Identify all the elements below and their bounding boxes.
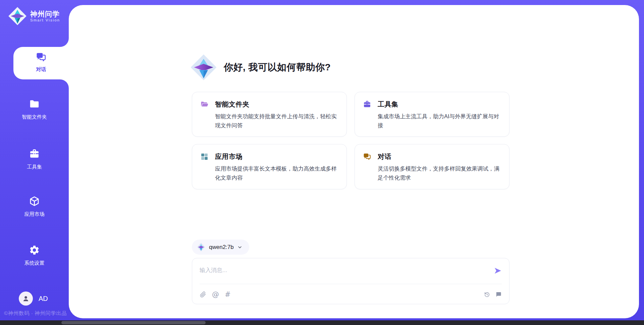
- user-icon: [21, 294, 30, 303]
- message-input[interactable]: [200, 264, 485, 277]
- sidebar-item-smart-folder[interactable]: 智能文件夹: [0, 99, 69, 120]
- sidebar-item-label: 系统设置: [24, 260, 45, 266]
- sidebar-item-app-market[interactable]: 应用市场: [0, 196, 69, 217]
- sidebar-item-label: 应用市场: [24, 211, 45, 217]
- card-title: 智能文件夹: [215, 100, 338, 109]
- card-description: 应用市场提供丰富长文本模板，助力高效生成多样化文章内容: [215, 164, 338, 182]
- sidebar-item-settings[interactable]: 系统设置: [0, 245, 69, 266]
- toolbox-icon: [29, 148, 40, 159]
- card-description: 灵活切换多模型文件，支持多样回复效果调试，满足个性化需求: [378, 164, 500, 182]
- greeting-title: 你好, 我可以如何帮助你?: [224, 61, 331, 74]
- composer-divider: [200, 284, 502, 284]
- user-name: AD: [39, 295, 48, 303]
- message-square-icon: [495, 291, 502, 298]
- tab-scoop-bottom: [60, 79, 69, 88]
- horizontal-scrollbar[interactable]: [0, 320, 644, 325]
- model-selector[interactable]: qwen2:7b: [192, 240, 249, 255]
- card-toolset[interactable]: 工具集 集成市场上主流工具，助力AI与外界无缝扩展与对接: [355, 92, 509, 137]
- sidebar-item-label: 智能文件夹: [22, 114, 47, 120]
- card-description: 智能文件夹功能支持批量文件上传与清洗，轻松实现文件问答: [215, 112, 338, 130]
- card-title: 对话: [378, 152, 500, 161]
- chat-bubbles-icon: [36, 52, 47, 63]
- avatar: [19, 291, 33, 306]
- feedback-button[interactable]: [495, 291, 502, 298]
- brand-diamond-icon: [8, 7, 27, 25]
- folder-icon: [29, 99, 40, 110]
- scrollbar-thumb[interactable]: [61, 321, 206, 324]
- app-subtitle: Smart Vision: [30, 18, 60, 22]
- topic-button[interactable]: #: [225, 291, 231, 298]
- copyright-footer: ©神州数码 · 神州问学出品: [4, 310, 71, 317]
- greeting-block: 你好, 我可以如何帮助你?: [190, 54, 331, 81]
- gear-icon: [29, 245, 40, 256]
- card-title: 应用市场: [215, 152, 338, 161]
- app-title: 神州问学: [30, 10, 60, 18]
- sidebar-item-chat[interactable]: 对话: [13, 47, 69, 79]
- sidebar: 神州问学 Smart Vision 对话: [0, 0, 69, 320]
- tab-scoop-top: [60, 38, 69, 47]
- history-button[interactable]: [484, 291, 490, 298]
- tile-grid-icon: [200, 152, 209, 182]
- app-logo: 神州问学 Smart Vision: [8, 7, 60, 25]
- open-folder-icon: [200, 100, 209, 130]
- card-smart-folder[interactable]: 智能文件夹 智能文件夹功能支持批量文件上传与清洗，轻松实现文件问答: [192, 92, 347, 137]
- feature-cards: 智能文件夹 智能文件夹功能支持批量文件上传与清洗，轻松实现文件问答 工具集 集成…: [192, 92, 509, 189]
- mention-button[interactable]: @: [212, 291, 219, 298]
- chat-bubbles-icon: [363, 152, 372, 182]
- hash-icon: #: [225, 291, 231, 298]
- card-chat[interactable]: 对话 灵活切换多模型文件，支持多样回复效果调试，满足个性化需求: [355, 144, 509, 189]
- card-app-market[interactable]: 应用市场 应用市场提供丰富长文本模板，助力高效生成多样化文章内容: [192, 144, 347, 189]
- model-name: qwen2:7b: [209, 244, 234, 251]
- card-description: 集成市场上主流工具，助力AI与外界无缝扩展与对接: [378, 112, 500, 130]
- send-button[interactable]: [493, 266, 502, 276]
- message-composer: @ #: [192, 258, 509, 304]
- cube-icon: [29, 196, 40, 207]
- brand-diamond-icon: [190, 54, 217, 81]
- send-icon: [493, 266, 502, 275]
- main-panel: 你好, 我可以如何帮助你? 智能文件夹 智能文件夹功能支持批量文件上传与清洗，轻…: [69, 5, 639, 318]
- card-title: 工具集: [378, 100, 500, 109]
- paperclip-icon: [200, 291, 206, 298]
- user-account[interactable]: AD: [19, 291, 48, 306]
- model-logo-icon: [197, 243, 206, 252]
- app-window: 你好, 我可以如何帮助你? 智能文件夹 智能文件夹功能支持批量文件上传与清洗，轻…: [0, 0, 644, 325]
- sidebar-item-label: 对话: [36, 66, 46, 73]
- attach-file-button[interactable]: [200, 291, 206, 298]
- composer-toolbar: @ #: [200, 289, 502, 300]
- toolbox-icon: [363, 100, 372, 130]
- sidebar-item-toolset[interactable]: 工具集: [0, 148, 69, 170]
- at-icon: @: [212, 291, 219, 298]
- chevron-down-icon: [237, 245, 243, 250]
- history-clock-icon: [484, 291, 490, 298]
- sidebar-item-label: 工具集: [27, 164, 42, 170]
